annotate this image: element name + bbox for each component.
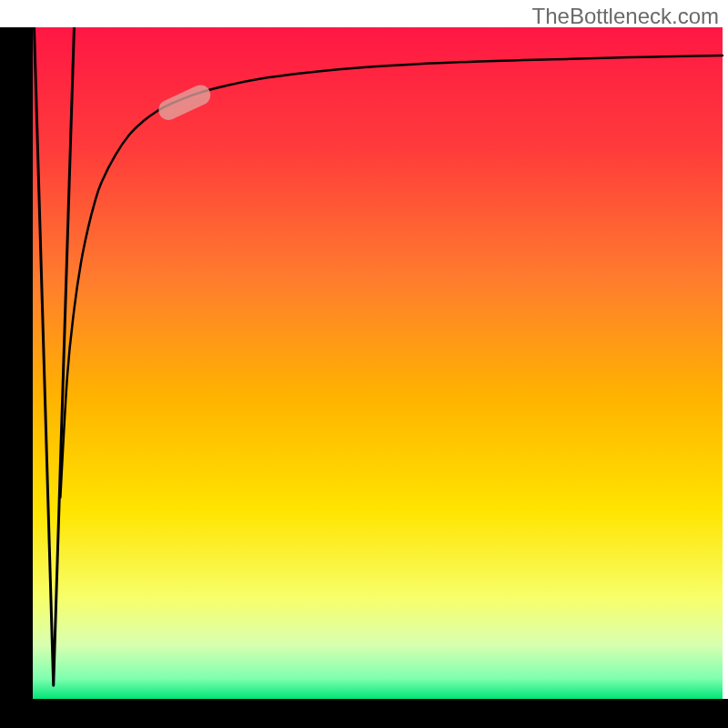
watermark-text: TheBottleneck.com [532, 4, 719, 29]
chart-container: TheBottleneck.com [0, 0, 728, 728]
axis-bottom [0, 699, 728, 728]
chart-svg [0, 0, 728, 728]
axis-left [0, 27, 33, 728]
